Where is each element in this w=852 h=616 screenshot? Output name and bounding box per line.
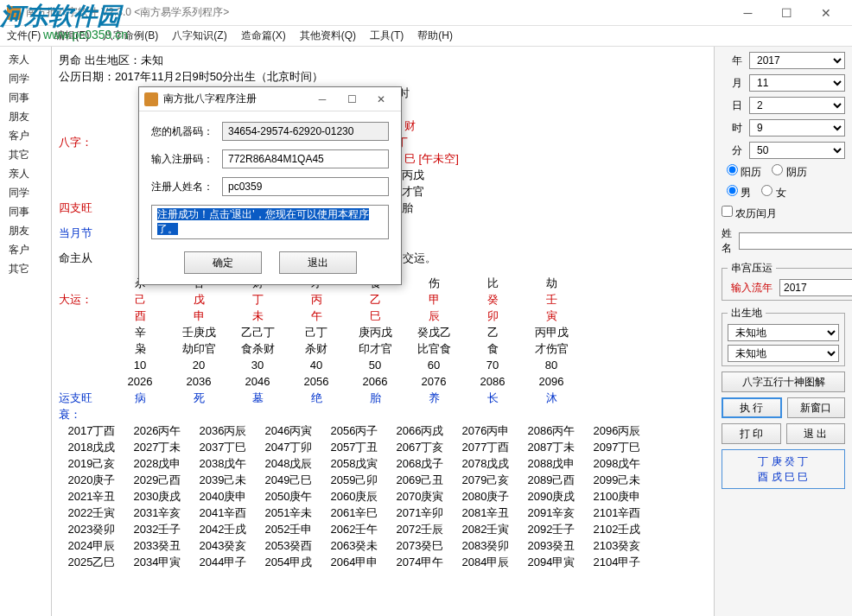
male-radio[interactable]: 男 (727, 185, 751, 200)
liunian-cell: 2039己未 (190, 472, 256, 488)
leap-checkbox[interactable]: 农历闰月 (722, 207, 777, 219)
age-cell: 70 (463, 357, 522, 373)
print-button[interactable]: 打 印 (722, 423, 781, 444)
yunzhi-cell: 死 (169, 390, 228, 422)
year-cell: 2066 (346, 373, 404, 390)
place2-select[interactable]: 未知地 (728, 345, 839, 362)
menu-bazi-knowledge[interactable]: 八字知识(Z) (172, 29, 226, 43)
name-input[interactable] (739, 232, 852, 250)
exit-button[interactable]: 退 出 (786, 423, 846, 444)
execute-button[interactable]: 执 行 (722, 397, 782, 418)
right-panel: 年2017 月11 日2 时9 分50 阳历 阴历 男 女 农历闰月 姓名 串宫… (714, 47, 852, 616)
liunian-cell: 2021辛丑 (59, 488, 124, 505)
menu-tools[interactable]: 工具(T) (370, 29, 404, 43)
yunzhi-cell: 墓 (228, 390, 287, 422)
sidebar-item[interactable]: 客户 (0, 240, 51, 259)
liunian-cell: 2023癸卯 (59, 521, 124, 537)
menu-file[interactable]: 文件(F) (7, 29, 41, 43)
chuangong-fieldset: 串宫压运 输入流年 (722, 261, 852, 301)
hour-select[interactable]: 9 (749, 119, 845, 137)
god-cell: 伤 (404, 275, 463, 291)
place1-select[interactable]: 未知地 (728, 324, 839, 341)
liunian-cell: 2080庚子 (453, 488, 518, 505)
liunian-cell: 2018戊戌 (59, 439, 124, 455)
menu-edit[interactable]: 编辑(E) (54, 29, 89, 43)
sidebar-item[interactable]: 同学 (0, 69, 51, 88)
regname-label: 注册人姓名： (151, 180, 215, 194)
liunian-cell: 2022壬寅 (59, 505, 124, 521)
regcode-input[interactable] (222, 149, 389, 168)
liunian-row: 2017丁酉2026丙午2036丙辰2046丙寅2056丙子2066丙戌2076… (59, 422, 707, 439)
day-label: 日 (722, 98, 742, 113)
liunian-cell: 2051辛未 (256, 505, 321, 521)
year-cell: 2026 (111, 373, 169, 390)
liunian-cell: 2092壬子 (518, 521, 584, 537)
minimize-button[interactable]: ─ (728, 1, 767, 25)
dayun-cell: 寅 (522, 308, 581, 324)
maximize-button[interactable]: ☐ (767, 1, 806, 25)
yunzhi-cell: 绝 (287, 390, 346, 422)
liunian-cell: 2077丁酉 (453, 439, 518, 455)
dayun-cell: 辰 (404, 308, 463, 324)
liunian-cell: 2084甲辰 (453, 554, 518, 570)
regname-input[interactable] (222, 177, 389, 196)
sidebar: 亲人 同学 同事 朋友 客户 其它 亲人 同学 同事 朋友 客户 其它 (0, 47, 52, 616)
wuxing-button[interactable]: 八字五行十神图解 (722, 372, 845, 392)
minute-select[interactable]: 50 (749, 142, 845, 159)
dialog-maximize[interactable]: ☐ (337, 88, 366, 111)
sidebar-item[interactable]: 同事 (0, 202, 51, 221)
dialog-minimize[interactable]: ─ (308, 88, 337, 111)
ok-button[interactable]: 确定 (184, 251, 262, 274)
new-window-button[interactable]: 新窗口 (787, 397, 846, 418)
sidebar-item[interactable]: 朋友 (0, 107, 51, 126)
dialog-exit-button[interactable]: 退出 (279, 251, 357, 274)
solar-radio[interactable]: 阳历 (727, 164, 761, 180)
sidebar-item[interactable]: 同事 (0, 88, 51, 107)
dayun-cell: 丙甲戊 (522, 324, 581, 340)
liunian-cell: 2027丁未 (124, 439, 190, 455)
year-select[interactable]: 2017 (749, 52, 845, 69)
dayun-cell: 卯 (463, 308, 522, 324)
month-select[interactable]: 11 (749, 74, 845, 92)
liunian-cell: 2064甲申 (321, 554, 387, 570)
liunian-cell: 2019己亥 (59, 455, 124, 472)
close-button[interactable]: ✕ (806, 1, 845, 25)
menu-help[interactable]: 帮助(H) (417, 29, 453, 43)
liunian-cell: 2059己卯 (321, 472, 387, 488)
yunzhi-cell: 养 (404, 390, 463, 422)
liunian-cell: 2031辛亥 (124, 505, 190, 521)
liunian-row: 2024甲辰2033癸丑2043癸亥2053癸酉2063癸未2073癸巳2083… (59, 537, 707, 554)
female-radio[interactable]: 女 (761, 185, 785, 200)
liunian-cell: 2050庚午 (256, 488, 321, 505)
sidebar-item[interactable]: 朋友 (0, 221, 51, 240)
machine-label: 您的机器码： (151, 124, 215, 139)
sidebar-item[interactable]: 亲人 (0, 50, 51, 69)
liunian-row: 2021辛丑2030庚戌2040庚申2050庚午2060庚辰2070庚寅2080… (59, 488, 707, 505)
menu-bazi-examples[interactable]: 八字命例(B) (103, 29, 158, 43)
liunian-cell: 2049己巳 (256, 472, 321, 488)
liunian-input[interactable] (779, 279, 852, 296)
sidebar-item[interactable]: 同学 (0, 183, 51, 202)
day-select[interactable]: 2 (749, 97, 845, 114)
liunian-cell: 2041辛酉 (190, 505, 256, 521)
menu-other[interactable]: 其他资料(Q) (300, 29, 356, 43)
year-cell: 2076 (404, 373, 463, 390)
liunian-cell: 2038戊午 (190, 455, 256, 472)
dialog-close[interactable]: ✕ (366, 88, 396, 111)
year-cell: 2036 (169, 373, 228, 390)
liunian-cell: 2054甲戌 (256, 554, 321, 570)
liunian-cell: 2103癸亥 (584, 537, 650, 554)
sidebar-item[interactable]: 其它 (0, 145, 51, 164)
liunian-cell: 2098戊午 (584, 455, 650, 472)
sidebar-item[interactable]: 客户 (0, 126, 51, 145)
sidebar-item[interactable]: 亲人 (0, 164, 51, 183)
liunian-cell: 2083癸卯 (453, 537, 518, 554)
lunar-radio[interactable]: 阴历 (772, 164, 806, 180)
age-cell: 30 (228, 357, 287, 373)
menu-zaoming[interactable]: 造命篇(X) (241, 29, 286, 43)
dayun-cell: 壬庚戊 (169, 324, 228, 340)
sidebar-item[interactable]: 其它 (0, 259, 51, 278)
dayun-cell: 枭 (111, 340, 169, 357)
liunian-cell: 2047丁卯 (256, 439, 321, 455)
liunian-cell: 2037丁巳 (190, 439, 256, 455)
